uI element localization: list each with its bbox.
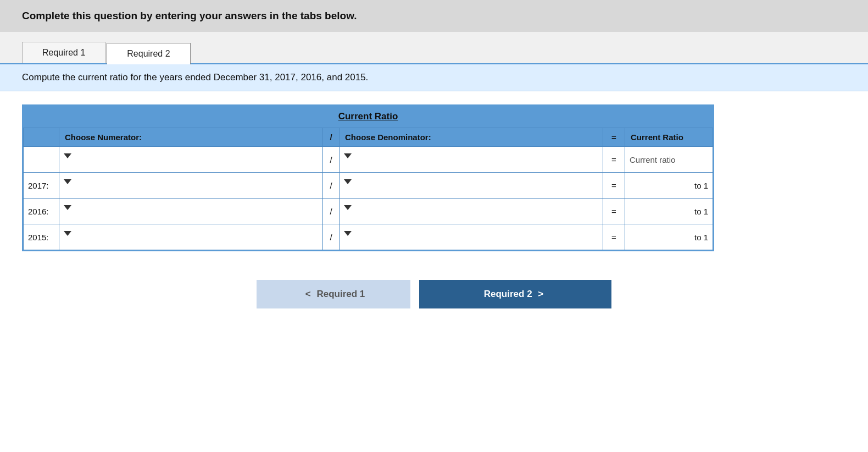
col-result-header: Current Ratio (625, 128, 713, 147)
bottom-nav: < Required 1 Required 2 > (0, 264, 868, 324)
table-header-row: Choose Numerator: / Choose Denominator: … (24, 128, 713, 147)
result-blank: Current ratio (625, 147, 713, 173)
table-container: Current Ratio Choose Numerator: / Choose… (22, 104, 714, 251)
col-divider-header: / (323, 128, 340, 147)
col-denominator-header: Choose Denominator: (340, 128, 603, 147)
dropdown-arrow-icon2 (344, 153, 352, 158)
numerator-input-2016[interactable] (64, 211, 318, 221)
denominator-input-2017[interactable] (344, 185, 598, 195)
equals-blank: = (603, 147, 625, 173)
dropdown-arrow-icon (64, 153, 71, 158)
next-button-label: Required 2 (484, 289, 532, 299)
numerator-input-2015[interactable] (64, 237, 318, 246)
equals-2016: = (603, 199, 625, 224)
year-cell-2017: 2017: (24, 173, 59, 199)
numerator-dropdown-2015[interactable] (59, 224, 323, 250)
equals-2017: = (603, 173, 625, 199)
result-2015: to 1 (625, 224, 713, 250)
table-row-2016: 2016: / = to 1 (24, 199, 713, 224)
numerator-dropdown-2017[interactable] (59, 173, 323, 199)
main-content: Current Ratio Choose Numerator: / Choose… (0, 91, 868, 264)
year-cell-2015: 2015: (24, 224, 59, 250)
tabs-area: Required 1 Required 2 (0, 32, 868, 64)
divider-2015: / (323, 224, 340, 250)
current-ratio-label: Current ratio (630, 155, 675, 164)
denominator-input-blank[interactable] (344, 159, 598, 169)
to1-label-2016: to 1 (694, 207, 708, 216)
to1-label-2015: to 1 (694, 233, 708, 242)
numerator-dropdown-2016[interactable] (59, 199, 323, 224)
result-input-2016[interactable] (643, 207, 692, 216)
col-year-header (24, 128, 59, 147)
denominator-input-2015[interactable] (344, 237, 598, 246)
dropdown-arrow-icon4 (344, 179, 352, 184)
equals-2015: = (603, 224, 625, 250)
table-row-2017: 2017: / = to 1 (24, 173, 713, 199)
table-title: Current Ratio (23, 106, 713, 128)
table-row-header-data: / = Current ratio (24, 147, 713, 173)
divider-blank: / (323, 147, 340, 173)
tab-required2[interactable]: Required 2 (107, 43, 190, 64)
to1-label-2017: to 1 (694, 181, 708, 190)
denominator-dropdown-2016[interactable] (340, 199, 603, 224)
numerator-input-2017[interactable] (64, 185, 318, 195)
year-cell-blank (24, 147, 59, 173)
col-equals-header: = (603, 128, 625, 147)
divider-2017: / (323, 173, 340, 199)
table-row-2015: 2015: / = to 1 (24, 224, 713, 250)
prev-button[interactable]: < Required 1 (257, 280, 410, 308)
year-cell-2016: 2016: (24, 199, 59, 224)
result-2017: to 1 (625, 173, 713, 199)
dropdown-arrow-icon8 (344, 231, 352, 236)
dropdown-arrow-icon6 (344, 205, 352, 210)
col-numerator-header: Choose Numerator: (59, 128, 323, 147)
banner-text: Complete this question by entering your … (22, 10, 357, 21)
dropdown-arrow-icon3 (64, 179, 71, 184)
divider-2016: / (323, 199, 340, 224)
denominator-dropdown-2017[interactable] (340, 173, 603, 199)
result-input-2017[interactable] (643, 181, 692, 190)
result-2016: to 1 (625, 199, 713, 224)
denominator-dropdown-2015[interactable] (340, 224, 603, 250)
prev-chevron-icon: < (305, 289, 311, 300)
next-button[interactable]: Required 2 > (419, 280, 611, 308)
dropdown-arrow-icon5 (64, 205, 71, 210)
denominator-dropdown-blank[interactable] (340, 147, 603, 173)
tab-required1[interactable]: Required 1 (22, 42, 105, 63)
result-input-2015[interactable] (643, 233, 692, 242)
instruction-text: Compute the current ratio for the years … (22, 72, 368, 82)
next-chevron-icon: > (538, 289, 543, 300)
instruction-bar: Compute the current ratio for the years … (0, 64, 868, 91)
numerator-dropdown-blank[interactable] (59, 147, 323, 173)
dropdown-arrow-icon7 (64, 231, 71, 236)
numerator-input-blank[interactable] (64, 159, 318, 169)
prev-button-label: Required 1 (316, 289, 365, 299)
top-banner: Complete this question by entering your … (0, 0, 868, 32)
ratio-table: Choose Numerator: / Choose Denominator: … (23, 128, 713, 250)
denominator-input-2016[interactable] (344, 211, 598, 221)
